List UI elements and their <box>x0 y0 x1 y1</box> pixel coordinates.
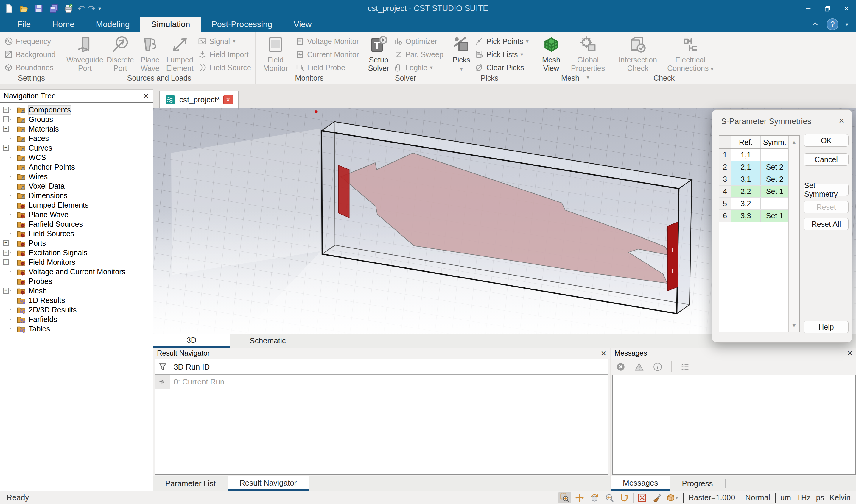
tree-item-field-monitors[interactable]: +Field Monitors <box>0 257 153 267</box>
reset-button[interactable]: Reset <box>804 201 849 213</box>
redo-icon[interactable]: ↷ <box>88 3 95 14</box>
tree-item-dimensions[interactable]: Dimensions <box>0 191 153 200</box>
help-icon[interactable]: ? <box>826 18 838 30</box>
tree-item-farfields[interactable]: Farfields <box>0 314 153 324</box>
rotate-tool[interactable] <box>588 492 601 503</box>
tree-item-mesh[interactable]: +Mesh <box>0 286 153 295</box>
collapse-ribbon-icon[interactable] <box>811 20 819 29</box>
tree-item-voxel-data[interactable]: Voxel Data <box>0 181 153 191</box>
pan-tool[interactable] <box>573 492 586 503</box>
ribbon-boundaries-button[interactable]: Boundaries <box>4 61 55 73</box>
warnings-filter-icon[interactable] <box>634 362 644 372</box>
tree-item-excitation-signals[interactable]: +Excitation Signals <box>0 248 153 257</box>
tree-item-wires[interactable]: Wires <box>0 172 153 181</box>
tree-item-materials[interactable]: +Materials <box>0 124 153 133</box>
tree-item-field-sources[interactable]: Field Sources <box>0 229 153 238</box>
info-filter-icon[interactable] <box>653 362 663 372</box>
help-dropdown-icon[interactable]: ▾ <box>845 21 848 28</box>
print-icon[interactable] <box>63 3 74 15</box>
expand-icon[interactable]: + <box>3 288 9 294</box>
tab-post-processing[interactable]: Post-Processing <box>201 17 283 32</box>
pin-icon[interactable] <box>158 378 167 386</box>
symmetry-table-row-4[interactable]: 42,2Set 1 <box>719 186 788 198</box>
scroll-down-icon[interactable]: ▼ <box>791 322 797 329</box>
tree-item-voltage-and-current-monitors[interactable]: Voltage and Current Monitors <box>0 267 153 276</box>
close-icon[interactable]: × <box>143 91 149 100</box>
save-icon[interactable] <box>33 3 45 15</box>
tab-schematic[interactable]: Schematic <box>229 334 306 347</box>
tree-item-lumped-elements[interactable]: Lumped Elements <box>0 200 153 210</box>
qat-customize-icon[interactable]: ▾ <box>98 5 101 12</box>
set-symmetry-button[interactable]: Set Symmetry <box>804 184 849 196</box>
ribbon-background-button[interactable]: Background <box>4 49 55 60</box>
run-item-row[interactable]: 0: Current Run <box>155 375 608 389</box>
ribbon-waveguide-port-button[interactable]: Waveguide Port <box>67 35 102 72</box>
filter-icon[interactable] <box>158 362 167 372</box>
scroll-up-icon[interactable]: ▲ <box>791 139 797 146</box>
status-raster[interactable]: Raster=1.000 <box>688 493 735 502</box>
tree-item-1d-results[interactable]: 1D Results <box>0 295 153 305</box>
symmetry-table-row-3[interactable]: 33,1Set 2 <box>719 174 788 186</box>
ribbon-setup-solver-button[interactable]: Setup Solver <box>367 35 390 72</box>
reset-all-button[interactable]: Reset All <box>804 218 849 230</box>
ribbon-field-monitor-button[interactable]: Field Monitor <box>260 35 291 72</box>
fit-tool[interactable] <box>636 492 648 503</box>
tab-simulation[interactable]: Simulation <box>140 17 201 32</box>
ribbon-field-import-button[interactable]: Field Import <box>198 49 251 60</box>
open-file-icon[interactable] <box>18 3 30 15</box>
run-id-header-row[interactable]: 3D Run ID <box>155 359 608 375</box>
tree-item-2d-3d-results[interactable]: 2D/3D Results <box>0 305 153 314</box>
paint-tool[interactable] <box>651 492 663 503</box>
expand-icon[interactable]: + <box>3 240 9 246</box>
ribbon-frequency-button[interactable]: Frequency <box>4 35 55 47</box>
symmetry-table-row-5[interactable]: 53,2 <box>719 198 788 210</box>
dialog-close-icon[interactable]: × <box>839 115 844 126</box>
expand-icon[interactable]: + <box>3 116 9 122</box>
tree-item-components[interactable]: +Components <box>0 105 153 114</box>
ribbon-current-monitor-button[interactable]: Current Monitor <box>295 49 359 60</box>
close-button[interactable]: × <box>837 0 856 17</box>
tab-home[interactable]: Home <box>41 17 85 32</box>
help-button[interactable]: Help <box>804 321 849 333</box>
tree-item-groups[interactable]: +Groups <box>0 114 153 124</box>
ribbon-electrical-connections-button[interactable]: Electrical Connections ▾ <box>666 35 715 73</box>
new-file-icon[interactable] <box>3 3 15 15</box>
tree-item-wcs[interactable]: WCS <box>0 152 153 162</box>
ribbon-intersection-check-button[interactable]: Intersection Check <box>614 35 662 72</box>
ribbon-voltage-monitor-button[interactable]: Voltage Monitor <box>295 35 359 47</box>
document-tab[interactable]: cst_project* × <box>159 91 239 108</box>
ribbon-clear-picks-button[interactable]: Clear Picks <box>475 61 529 73</box>
status-units[interactable]: umTHzpsKelvin <box>780 493 851 502</box>
tab-3d[interactable]: 3D <box>153 334 229 347</box>
close-icon[interactable]: × <box>601 349 606 358</box>
ribbon-mesh-view-button[interactable]: Mesh View <box>535 35 567 72</box>
symmetry-table-row-2[interactable]: 22,1Set 2 <box>719 161 788 174</box>
errors-filter-icon[interactable] <box>616 362 626 372</box>
restore-button[interactable] <box>818 0 837 17</box>
clear-list-icon[interactable] <box>680 362 690 372</box>
tab-view[interactable]: View <box>283 17 322 32</box>
ribbon-field-probe-button[interactable]: Field Probe <box>295 61 359 73</box>
ribbon-field-source-button[interactable]: Field Source <box>198 61 251 73</box>
expand-icon[interactable]: + <box>3 250 9 256</box>
document-close-icon[interactable]: × <box>223 95 233 104</box>
tab-modeling[interactable]: Modeling <box>85 17 141 32</box>
bbox-tool[interactable]: ▾ <box>666 492 678 503</box>
ribbon-discrete-port-button[interactable]: Discrete Port <box>107 35 134 72</box>
cancel-button[interactable]: Cancel <box>804 153 849 166</box>
ribbon-plane-wave-button[interactable]: Plane Wave <box>138 35 162 72</box>
expand-icon[interactable]: + <box>3 126 9 132</box>
tree-item-anchor-points[interactable]: Anchor Points <box>0 162 153 172</box>
tab-messages[interactable]: Messages <box>611 476 670 491</box>
expand-icon[interactable]: + <box>3 145 9 151</box>
ribbon-optimizer-button[interactable]: Optimizer <box>394 35 444 47</box>
ribbon-picks-button[interactable]: Picks ▾ <box>452 35 470 73</box>
tab-progress[interactable]: Progress <box>670 476 725 491</box>
ok-button[interactable]: OK <box>804 134 849 147</box>
spin-tool[interactable] <box>618 492 631 503</box>
zoom-pm-tool[interactable] <box>603 492 616 503</box>
ribbon-signal-button[interactable]: Signal ▾ <box>198 35 251 47</box>
ribbon-logfile-button[interactable]: Logfile ▾ <box>394 61 444 73</box>
ribbon-par-sweep-button[interactable]: Par. Sweep <box>394 49 444 60</box>
expand-icon[interactable]: + <box>3 259 9 265</box>
